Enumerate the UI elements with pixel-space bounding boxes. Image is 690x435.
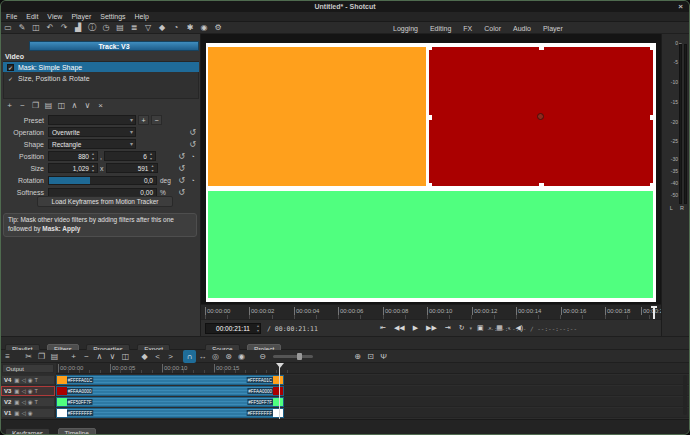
position-y-input[interactable]: 6▴▾: [104, 151, 156, 161]
move-filter-up-icon[interactable]: ∧: [68, 101, 81, 110]
clip-v2[interactable]: #FF50FF7F #FF50FF7F: [56, 397, 284, 407]
operation-select[interactable]: Overwrite▾: [48, 127, 136, 137]
snap-icon[interactable]: ∩: [183, 350, 196, 363]
rotation-slider[interactable]: 0,0: [48, 176, 157, 185]
marker-icon[interactable]: ◆: [138, 350, 151, 363]
timer-icon[interactable]: ◔: [169, 22, 183, 34]
resize-handle-ne[interactable]: [650, 45, 655, 50]
add-filter-icon[interactable]: +: [3, 101, 16, 110]
zoom-out-icon[interactable]: ⊖: [256, 350, 269, 363]
keyframes-icon[interactable]: ◔: [187, 177, 198, 184]
lift-icon[interactable]: ∧: [93, 350, 106, 363]
reset-icon[interactable]: ↺: [176, 164, 187, 173]
workspace-editing[interactable]: Editing: [430, 25, 451, 32]
ripple-delete-icon[interactable]: −: [80, 350, 93, 363]
in-out-icon[interactable]: ▣: [474, 322, 487, 334]
playlist-icon[interactable]: ▤: [113, 22, 127, 34]
text-icon[interactable]: T: [35, 387, 38, 395]
filter-row-size-position-rotate[interactable]: ✓ Size, Position & Rotate: [3, 73, 199, 83]
mute-icon[interactable]: ◁: [22, 376, 26, 384]
red-clip-rect-selected[interactable]: [429, 47, 653, 186]
timeline-output-button[interactable]: Output: [2, 364, 54, 373]
tab-timeline[interactable]: Timeline: [58, 428, 96, 435]
spin-down-icon[interactable]: ▾: [257, 328, 259, 333]
resize-handle-w[interactable]: [427, 115, 432, 120]
track-head-v2[interactable]: V2 ▣ ◁ ◉ T: [1, 397, 55, 407]
copy-filters-icon[interactable]: ❐: [29, 101, 42, 110]
size-height-input[interactable]: 591▴▾: [106, 163, 158, 173]
clip-v3[interactable]: #FFAA0000 #FFAA0000: [56, 386, 284, 396]
workspace-fx[interactable]: FX: [463, 25, 472, 32]
lock-icon[interactable]: ▣: [14, 387, 19, 395]
menu-player[interactable]: Player: [71, 13, 91, 20]
text-icon[interactable]: T: [35, 376, 38, 384]
spin-down-icon[interactable]: ▾: [90, 156, 96, 161]
resize-handle-n[interactable]: [539, 45, 544, 50]
hide-icon[interactable]: ◉: [28, 376, 33, 384]
workspace-audio[interactable]: Audio: [513, 25, 531, 32]
timeline-zoom-slider[interactable]: [273, 355, 313, 358]
skip-start-icon[interactable]: ⇤: [377, 322, 389, 334]
resize-handle-e[interactable]: [650, 115, 655, 120]
zoom-in-icon[interactable]: ⊕: [351, 350, 364, 363]
track-head-v4[interactable]: V4 ▣ ◁ ◉ T: [1, 375, 55, 385]
close-icon[interactable]: ×: [678, 1, 683, 12]
ripple-icon[interactable]: ◎: [209, 350, 222, 363]
overwrite-icon[interactable]: ∨: [106, 350, 119, 363]
lock-icon[interactable]: ▣: [14, 398, 19, 406]
resize-handle-se[interactable]: [650, 183, 655, 188]
record-icon[interactable]: ◉: [197, 22, 211, 34]
keyframes-icon[interactable]: ◔: [187, 153, 198, 160]
next-marker-icon[interactable]: >: [164, 350, 177, 363]
markers-icon[interactable]: ◆: [155, 22, 169, 34]
track-head-v3-current[interactable]: V3 ▣ ◁ ◉ T: [1, 386, 55, 396]
ripple-all-tracks-icon[interactable]: ⊛: [222, 350, 235, 363]
workspace-player[interactable]: Player: [543, 25, 563, 32]
spin-down-icon[interactable]: ▾: [148, 156, 154, 161]
size-width-input[interactable]: 1,029▴▾: [48, 163, 98, 173]
resize-handle-s[interactable]: [539, 183, 544, 188]
split-icon[interactable]: ◫: [119, 350, 132, 363]
open-other-icon[interactable]: ✎: [15, 22, 29, 34]
mute-icon[interactable]: ◁: [22, 398, 26, 406]
peak-meter-icon[interactable]: ▟: [71, 22, 85, 34]
play-icon[interactable]: ▶: [410, 322, 421, 334]
track-head-v1[interactable]: V1 ▣ ◁ ◉: [1, 408, 55, 418]
prev-marker-icon[interactable]: <: [151, 350, 164, 363]
hide-icon[interactable]: ◉: [28, 398, 33, 406]
tab-keyframes[interactable]: Keyframes: [5, 428, 50, 435]
player-playhead[interactable]: [653, 306, 655, 319]
preset-save-button[interactable]: +: [138, 115, 149, 125]
timecode-input[interactable]: 00:00:21:11▴▾: [205, 323, 261, 334]
reset-icon[interactable]: ↺: [176, 176, 187, 185]
position-x-input[interactable]: 880▴▾: [48, 151, 98, 161]
preset-delete-button[interactable]: −: [151, 115, 162, 125]
open-file-icon[interactable]: ▭: [1, 22, 15, 34]
fast-forward-icon[interactable]: ▶▶: [423, 322, 440, 334]
settings-icon[interactable]: ⚙: [211, 22, 225, 34]
proxy-icon[interactable]: ✱: [183, 22, 197, 34]
remove-filter-icon[interactable]: −: [16, 101, 29, 110]
move-handle-center[interactable]: [537, 113, 544, 120]
loop-icon[interactable]: ↻: [456, 322, 468, 334]
chevron-down-icon[interactable]: ▾: [470, 325, 473, 331]
player-time-ruler[interactable]: 00:00:00 00:00:02 00:00:04 00:00:06 00:0…: [201, 304, 661, 319]
load-keyframes-button[interactable]: Load Keyframes from Motion Tracker: [37, 196, 173, 207]
workspace-logging[interactable]: Logging: [393, 25, 418, 32]
workspace-color[interactable]: Color: [484, 25, 501, 32]
menu-file[interactable]: File: [6, 13, 17, 20]
reset-icon[interactable]: ↺: [176, 152, 187, 161]
append-icon[interactable]: +: [67, 350, 80, 363]
jobs-icon[interactable]: ≣: [127, 22, 141, 34]
properties-icon[interactable]: ⓘ: [85, 22, 99, 34]
shape-select[interactable]: Rectangle▾: [48, 139, 136, 149]
filter-enabled-checkbox[interactable]: ✓: [7, 64, 14, 71]
recent-icon[interactable]: ◷: [99, 22, 113, 34]
zoom-fit-icon[interactable]: ⊡: [364, 350, 377, 363]
spin-down-icon[interactable]: ▾: [90, 168, 96, 173]
paste-icon[interactable]: ▤: [48, 350, 61, 363]
copy-icon[interactable]: ❐: [35, 350, 48, 363]
mute-icon[interactable]: ◁: [22, 387, 26, 395]
resize-handle-sw[interactable]: [427, 183, 432, 188]
hide-icon[interactable]: ◉: [28, 387, 33, 395]
